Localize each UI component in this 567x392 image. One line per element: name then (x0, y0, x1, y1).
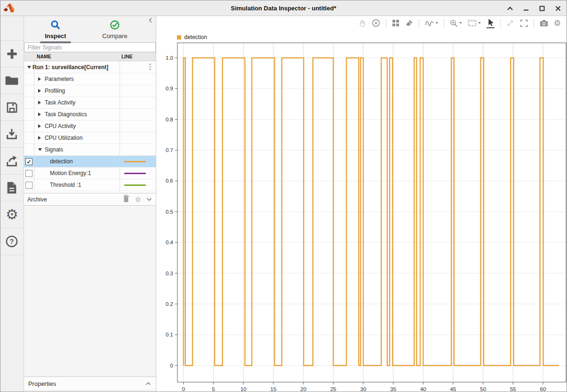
signal-label: detection (50, 158, 73, 165)
tree-group-task-activity[interactable]: Task Activity (24, 97, 156, 109)
run-label: Run 1: surveillance[Current] (32, 64, 108, 71)
toolbar-separator (534, 19, 534, 27)
archive-label: Archive (27, 196, 47, 203)
window-title: Simulation Data Inspector - untitled* (0, 5, 567, 12)
tree-group-cpu-utilization[interactable]: CPU Utilization (24, 132, 156, 144)
expand-triangle-icon[interactable] (38, 101, 41, 104)
trash-icon[interactable] (123, 195, 129, 204)
svg-text:10: 10 (240, 386, 247, 392)
signal-wave-icon[interactable] (425, 18, 434, 28)
fit-to-view-icon[interactable] (506, 18, 514, 28)
svg-text:0.3: 0.3 (166, 271, 173, 276)
plot-toolbar: ⚙ (156, 16, 567, 30)
svg-text:0.5: 0.5 (166, 209, 173, 215)
toolbar-separator (500, 19, 501, 27)
group-label: Profiling (45, 88, 65, 94)
report-icon[interactable] (0, 175, 24, 201)
plot-panel: ⚙ detection 05101520253035404550556000.1… (156, 16, 567, 392)
svg-text:0.9: 0.9 (166, 86, 173, 91)
table-header: NAME LINE (24, 52, 156, 61)
plot-area[interactable]: 05101520253035404550556000.10.20.30.40.5… (156, 16, 567, 392)
zoom-in-dropdown[interactable] (450, 18, 462, 28)
detection-signal-plot[interactable]: 05101520253035404550556000.10.20.30.40.5… (156, 16, 567, 392)
close-icon[interactable] (554, 5, 562, 12)
layout-grid-icon[interactable] (392, 18, 399, 28)
svg-text:45: 45 (450, 386, 456, 392)
gear-icon[interactable]: ⚙ (135, 196, 141, 203)
chevron-down-icon[interactable] (146, 196, 152, 203)
replay-icon[interactable] (372, 18, 380, 28)
expand-triangle-icon[interactable] (38, 136, 41, 140)
run-row[interactable]: Run 1: surveillance[Current] (24, 61, 156, 73)
svg-text:0.6: 0.6 (166, 178, 173, 184)
svg-text:0.1: 0.1 (166, 332, 173, 337)
group-label: CPU Activity (45, 123, 76, 129)
tab-compare[interactable]: Compare (94, 18, 136, 40)
collapse-panel-chevron-left-icon[interactable] (148, 17, 153, 24)
open-folder-icon[interactable] (0, 67, 24, 94)
minimize-icon[interactable] (522, 5, 530, 12)
signal-checkbox[interactable]: ✓ (25, 170, 32, 177)
signal-checkbox[interactable]: ✓ (25, 158, 32, 165)
expand-triangle-icon[interactable] (38, 77, 41, 81)
signal-line-swatch (124, 161, 146, 162)
expand-triangle-icon[interactable] (38, 124, 41, 128)
maximize-icon[interactable] (538, 5, 546, 12)
zoom-box-icon[interactable] (468, 18, 477, 28)
tree-group-parameters[interactable]: Parameters (24, 73, 156, 85)
import-icon[interactable] (0, 121, 24, 148)
toolbar-separator (386, 19, 386, 27)
chevron-up-icon[interactable] (145, 380, 151, 387)
archive-header[interactable]: Archive ⚙ (24, 193, 156, 206)
zoom-in-icon[interactable] (450, 18, 458, 28)
save-icon[interactable] (0, 94, 24, 121)
pan-hand-icon[interactable] (358, 18, 366, 28)
svg-text:30: 30 (360, 386, 367, 392)
cursor-arrow-icon[interactable] (487, 18, 495, 28)
help-icon[interactable]: ? (0, 228, 24, 255)
signal-tree: Run 1: surveillance[Current] Parameters … (24, 61, 156, 193)
filter-signals-input[interactable] (24, 42, 156, 52)
toolbar-separator (444, 19, 444, 27)
expand-triangle-icon[interactable] (38, 112, 41, 116)
collapse-triangle-icon[interactable] (38, 148, 42, 151)
tree-group-signals[interactable]: Signals (24, 144, 156, 156)
zoom-box-dropdown[interactable] (468, 18, 481, 28)
check-circle-icon (94, 18, 136, 32)
add-view-icon[interactable] (0, 40, 24, 67)
group-label: Signals (45, 146, 63, 153)
archive-empty-area (24, 206, 156, 376)
magnifier-icon (34, 18, 77, 32)
collapse-window-icon[interactable] (506, 5, 514, 12)
svg-text:25: 25 (330, 386, 336, 392)
tree-group-cpu-activity[interactable]: CPU Activity (24, 120, 156, 132)
tab-inspect[interactable]: Inspect (34, 18, 77, 43)
column-header-name: NAME (37, 54, 51, 59)
preferences-gear-icon[interactable]: ⚙ (0, 201, 24, 228)
run-options-kebab-icon[interactable] (149, 63, 151, 72)
signal-label: Threshold :1 (50, 182, 81, 188)
eraser-icon[interactable] (405, 18, 413, 28)
signal-row-motion-energy[interactable]: ✓ Motion Energy:1 (24, 168, 156, 179)
signal-checkbox[interactable]: ✓ (25, 182, 32, 189)
fullscreen-icon[interactable] (520, 18, 528, 28)
svg-text:20: 20 (301, 386, 307, 392)
svg-text:35: 35 (391, 386, 397, 392)
group-label: Task Activity (45, 99, 75, 106)
active-tab-underline (40, 41, 71, 43)
export-icon[interactable] (0, 148, 24, 175)
svg-text:0.7: 0.7 (166, 147, 173, 153)
tab-inspect-label: Inspect (34, 32, 77, 40)
tree-group-task-diagnostics[interactable]: Task Diagnostics (24, 109, 156, 120)
tree-group-profiling[interactable]: Profiling (24, 85, 156, 97)
expand-triangle-icon[interactable] (38, 89, 41, 93)
signal-wave-dropdown[interactable] (425, 18, 438, 28)
svg-text:50: 50 (480, 386, 487, 392)
plot-settings-gear-icon[interactable]: ⚙ (554, 18, 561, 28)
toolbar-separator (419, 19, 419, 27)
snapshot-camera-icon[interactable] (540, 18, 548, 28)
signal-row-threshold[interactable]: ✓ Threshold :1 (24, 179, 156, 191)
collapse-triangle-icon[interactable] (27, 66, 31, 69)
signal-row-detection[interactable]: ✓ detection (24, 156, 156, 168)
properties-header[interactable]: Properties (24, 376, 156, 390)
